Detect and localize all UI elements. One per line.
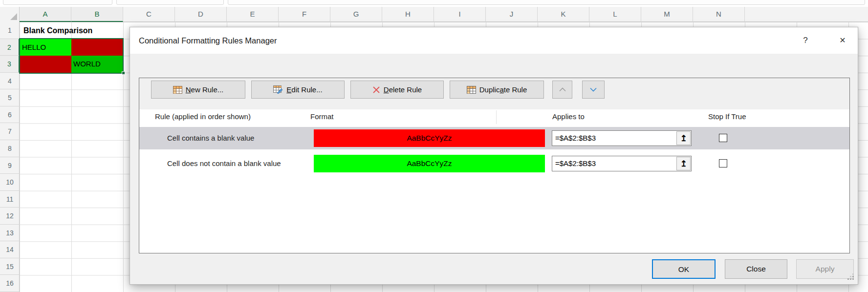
cell-a2[interactable]: HELLO	[20, 39, 71, 56]
cell-b2[interactable]	[71, 39, 123, 56]
collapse-dialog-icon[interactable]: ↥	[676, 157, 691, 170]
cell-a1[interactable]: Blank Comparison	[22, 22, 125, 39]
row-header-7[interactable]: 7	[0, 123, 20, 140]
column-header-F[interactable]: F	[279, 7, 330, 22]
column-header-M[interactable]: M	[641, 7, 693, 22]
dialog-title: Conditional Formatting Rules Manager	[139, 27, 277, 54]
row-header-4[interactable]: 4	[0, 73, 20, 90]
button-label: Edit Rule...	[286, 85, 322, 94]
cf-rules-manager-dialog: Conditional Formatting Rules Manager ? ✕…	[130, 27, 858, 285]
move-rule-down-button[interactable]	[582, 81, 605, 99]
row-header-13[interactable]: 13	[0, 225, 20, 242]
cell-b3[interactable]: WORLD	[71, 56, 123, 73]
button-label: New Rule...	[186, 85, 224, 94]
excel-window: ABCDEFGHIJKLMN 12345678910111213141516 B…	[0, 0, 868, 292]
column-header-C[interactable]: C	[123, 7, 175, 22]
button-label: Delete Rule	[384, 85, 422, 94]
rules-list-header: Rule (applied in order shown) Format App…	[139, 109, 849, 125]
rule-description: Cell does not contain a blank value	[167, 152, 281, 175]
rules-panel: New Rule... Edit Rule... Delete R	[139, 78, 850, 253]
row-header-15[interactable]: 15	[0, 258, 20, 275]
row-header-16[interactable]: 16	[0, 275, 20, 292]
column-header-E[interactable]: E	[227, 7, 279, 22]
rules-toolbar: New Rule... Edit Rule... Delete R	[139, 78, 849, 109]
row-header-14[interactable]: 14	[0, 241, 20, 258]
row-header-2[interactable]: 2	[0, 39, 20, 56]
collapse-dialog-icon[interactable]: ↥	[676, 131, 691, 145]
column-header-J[interactable]: J	[486, 7, 538, 22]
rule-row[interactable]: Cell does not contain a blank value AaBb…	[139, 152, 849, 175]
row-header-6[interactable]: 6	[0, 106, 20, 124]
format-preview: AaBbCcYyZz	[314, 155, 545, 172]
row-header-11[interactable]: 11	[0, 191, 20, 208]
column-header-H[interactable]: H	[382, 7, 434, 22]
stop-if-true-checkbox[interactable]	[719, 159, 727, 167]
new-rule-icon	[173, 86, 182, 94]
applies-to-value[interactable]: =$A$2:$B$3	[552, 156, 676, 171]
delete-rule-button[interactable]: Delete Rule	[350, 81, 444, 99]
stop-if-true-checkbox[interactable]	[719, 134, 727, 142]
select-all-corner[interactable]	[0, 7, 20, 22]
row-header-1[interactable]: 1	[0, 22, 20, 39]
row-header-9[interactable]: 9	[0, 157, 20, 174]
applies-to-field[interactable]: =$A$2:$B$3 ↥	[552, 130, 692, 146]
rule-row-selected[interactable]: Cell contains a blank value AaBbCcYyZz =…	[139, 127, 849, 149]
row-header-10[interactable]: 10	[0, 174, 20, 191]
dialog-titlebar[interactable]: Conditional Formatting Rules Manager ? ✕	[130, 27, 858, 54]
column-header-N[interactable]: N	[693, 7, 745, 22]
name-box-edge	[3, 0, 112, 5]
column-header-rule: Rule (applied in order shown)	[155, 109, 251, 124]
format-preview: AaBbCcYyZz	[314, 129, 545, 147]
applies-to-field[interactable]: =$A$2:$B$3 ↥	[552, 156, 692, 171]
column-header-format: Format	[310, 109, 334, 124]
column-header-I[interactable]: I	[434, 7, 486, 22]
column-header-applies: Applies to	[552, 109, 585, 124]
resize-grip[interactable]	[847, 278, 849, 280]
new-rule-button[interactable]: New Rule...	[151, 81, 245, 99]
close-icon[interactable]: ✕	[834, 27, 851, 54]
fill-handle[interactable]	[122, 71, 125, 75]
duplicate-rule-button[interactable]: Duplicate Rule	[450, 81, 544, 99]
column-header-A[interactable]: A	[20, 7, 71, 22]
button-label: Duplicate Rule	[479, 85, 527, 94]
column-header-K[interactable]: K	[538, 7, 589, 22]
edit-rule-button[interactable]: Edit Rule...	[251, 81, 345, 99]
formula-bar-bottom-strip	[0, 0, 868, 7]
row-header-5[interactable]: 5	[0, 89, 20, 106]
column-header-stop: Stop If True	[708, 109, 746, 124]
close-button[interactable]: Close	[725, 259, 787, 279]
formula-bar-edge	[228, 0, 865, 5]
chevron-up-icon	[559, 87, 566, 92]
column-header-L[interactable]: L	[589, 7, 641, 22]
row-header-8[interactable]: 8	[0, 140, 20, 157]
edit-rule-icon	[273, 85, 283, 94]
move-rule-up-button[interactable]	[552, 81, 572, 99]
applies-to-value[interactable]: =$A$2:$B$3	[552, 131, 676, 146]
help-icon[interactable]: ?	[797, 27, 814, 54]
rule-description: Cell contains a blank value	[167, 127, 254, 149]
duplicate-rule-icon	[467, 86, 476, 94]
function-box-edge	[116, 0, 224, 5]
column-header-G[interactable]: G	[330, 7, 382, 22]
header-divider	[496, 110, 497, 124]
column-header-D[interactable]: D	[175, 7, 227, 22]
row-header-12[interactable]: 12	[0, 208, 20, 225]
cell-a3[interactable]	[20, 56, 71, 73]
chevron-down-icon	[590, 87, 597, 92]
column-header-B[interactable]: B	[71, 7, 123, 22]
row-header-3[interactable]: 3	[0, 56, 20, 73]
ok-button[interactable]: OK	[652, 259, 716, 279]
delete-rule-icon	[372, 86, 380, 94]
apply-button[interactable]: Apply	[796, 259, 854, 279]
